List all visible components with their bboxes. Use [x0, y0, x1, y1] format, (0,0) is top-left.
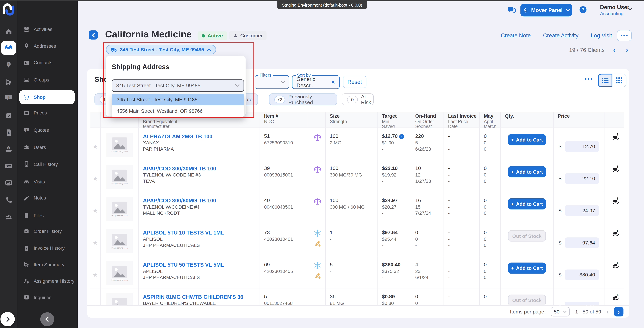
rail-bulb-dollar-button[interactable]: $ — [5, 61, 12, 69]
price-cell: $ 380.40 — [553, 256, 604, 288]
rail-phone-button[interactable] — [5, 197, 12, 204]
next-page-button[interactable]: › — [614, 307, 624, 316]
rail-home-button[interactable] — [5, 28, 12, 35]
price-input[interactable]: 97.64 — [565, 237, 599, 248]
sidebar-item-notes[interactable]: Notes — [19, 191, 75, 205]
price-history-cell: $ — [604, 160, 624, 192]
product-name-link[interactable]: APLISOL 5TU 10 TESTS VL 1ML — [143, 229, 258, 236]
table-more-button[interactable] — [585, 78, 592, 80]
filter-chip-at-risk[interactable]: 0At Risk — [342, 93, 374, 105]
sidebar-item-groups[interactable]: Groups — [19, 73, 75, 87]
price-input[interactable]: 12.70 — [565, 141, 599, 152]
sidebar-collapse-button[interactable] — [40, 312, 54, 326]
sidebar-item-addresses[interactable]: Addresses — [19, 39, 75, 53]
rail-dollar-bubble-button[interactable]: $ — [5, 94, 12, 102]
clear-sort-icon[interactable]: ✕ — [331, 79, 339, 85]
sidebar-item-quotes[interactable]: $Quotes — [19, 123, 75, 137]
on-hand-cell: 220 5 6/26/23 — [411, 128, 444, 159]
filters-select[interactable]: Filters — [255, 75, 289, 89]
add-to-cart-button[interactable]: +Add to Cart — [508, 263, 546, 274]
table-header-cell: SizeStrength — [325, 112, 377, 127]
product-name-link[interactable]: ALPRAZOLAM 2MG TB 100 — [143, 133, 258, 140]
next-client-button[interactable]: › — [626, 46, 628, 54]
sidebar-expand-button[interactable] — [0, 312, 15, 326]
back-button[interactable] — [89, 31, 98, 40]
rail-invoice-dollar-button[interactable]: $ — [5, 129, 12, 136]
create-activity-link[interactable]: Create Activity — [543, 33, 578, 39]
sidebar-item-call-history[interactable]: Call History — [19, 157, 75, 171]
price-input[interactable]: 22.10 — [565, 173, 599, 184]
create-note-link[interactable]: Create Note — [501, 33, 531, 39]
phone-icon — [5, 197, 12, 204]
sidebar-item-prices[interactable]: $Prices — [19, 106, 75, 120]
rail-price-card-button[interactable]: $ — [5, 162, 12, 170]
sidebar-item-files[interactable]: Files — [19, 209, 75, 223]
page-size-select[interactable]: 50 — [551, 307, 570, 316]
rail-active-handshake[interactable] — [1, 41, 16, 55]
sidebar-item-inquiries[interactable]: ?Inquiries — [19, 290, 75, 304]
log-visit-link[interactable]: Log Visit — [591, 33, 612, 39]
sidebar-item-assignment-history[interactable]: Assignment History — [19, 274, 75, 288]
user-name[interactable]: Demo User — [600, 4, 629, 10]
price-cell: $ 24.97 — [553, 192, 604, 224]
last-invoice-cell: - — [444, 288, 479, 305]
prev-client-button[interactable]: ‹ — [613, 46, 616, 54]
add-to-cart-button[interactable]: +Add to Cart — [508, 166, 546, 177]
favorite-star-icon[interactable]: ★ — [90, 192, 100, 224]
sidebar-item-contacts[interactable]: Contacts — [19, 56, 75, 70]
product-name-link[interactable]: APAP/COD 300/60MG TB 100 — [143, 197, 258, 204]
favorite-star-icon[interactable]: ★ — [90, 128, 100, 159]
sort-by-value: Generic Descr... — [292, 76, 331, 88]
sidebar-item-order-history[interactable]: Order History — [19, 224, 75, 238]
grid-view-button[interactable] — [612, 74, 626, 87]
sidebar-item-visits[interactable]: Visits — [19, 175, 75, 189]
rail-presentation-button[interactable] — [5, 179, 12, 187]
user-menu-chevron-icon[interactable] — [628, 8, 633, 11]
shipping-address-option[interactable]: 4556 Main Street, Westland, OR 98766 — [112, 105, 244, 117]
sort-by-select[interactable]: Sort by Generic Descr... ✕ — [292, 75, 340, 89]
product-name-link[interactable]: ASPIRIN 81MG CHWTB CHILDREN'S 36 — [143, 293, 258, 300]
sidebar-item-shop[interactable]: Shop — [19, 90, 75, 104]
rail-handtruck-button[interactable] — [5, 79, 12, 86]
price-input[interactable]: 380.40 — [565, 269, 599, 280]
favorite-star-icon[interactable]: ★ — [90, 160, 100, 192]
prev-page-button[interactable]: ‹ — [606, 308, 609, 315]
rail-people-button[interactable] — [5, 214, 12, 221]
table-header-cell — [90, 112, 100, 127]
min-price: $0.80 — [382, 300, 409, 305]
add-to-cart-button[interactable]: +Add to Cart — [508, 134, 546, 145]
rail-package-check-button[interactable] — [5, 112, 12, 119]
chat-icon[interactable] — [508, 6, 516, 14]
image-caption: Image coming soon — [112, 215, 128, 217]
filter-chip-previously-purchased[interactable]: 72Previously Purchased — [269, 93, 337, 105]
more-actions-button[interactable] — [617, 30, 632, 41]
on-order: 5 — [415, 140, 442, 146]
sidebar-item-users[interactable]: Users — [19, 140, 75, 154]
sidebar-item-item-summary[interactable]: Item Summary — [19, 258, 75, 272]
add-to-cart-button[interactable]: +Add to Cart — [508, 198, 546, 210]
help-icon[interactable]: ? — [580, 6, 586, 13]
price-input[interactable]: 0.89 — [565, 301, 599, 305]
sidebar-item-invoice-history[interactable]: $Invoice History — [19, 241, 75, 255]
reset-button[interactable]: Reset — [343, 76, 366, 88]
shipping-address-pill[interactable]: 345 Test Street , Test City, ME 99485 — [106, 45, 216, 54]
list-view-button[interactable] — [598, 74, 612, 87]
info-icon[interactable]: i — [399, 134, 404, 139]
product-name-link[interactable]: APLISOL 5TU 50 TESTS VL 5ML — [143, 261, 258, 268]
product-name-link[interactable]: APAP/COD 300/30MG TB 100 — [143, 165, 258, 172]
favorite-star-icon[interactable]: ★ — [90, 256, 100, 288]
mover-panel-button[interactable]: Mover Panel — [520, 4, 572, 17]
favorite-star-icon[interactable]: ★ — [90, 288, 100, 305]
price-input[interactable]: 24.97 — [565, 205, 599, 216]
favorite-star-icon[interactable]: ★ — [90, 224, 100, 256]
app-logo[interactable] — [2, 3, 15, 17]
sidebar-item-activities[interactable]: Activities — [19, 22, 75, 36]
shipping-address-select[interactable]: 345 Test Street , Test City, ME 99485 — [112, 79, 244, 92]
shipping-address-option[interactable]: 345 Test Street , Test City, ME 99485 — [112, 94, 244, 105]
shipping-address-title: Shipping Address — [112, 63, 170, 71]
rail-donation-button[interactable]: $ — [5, 146, 12, 153]
payment-icon: $ — [612, 229, 620, 237]
sort-by-label: Sort by — [296, 73, 312, 77]
badge-cell — [307, 192, 326, 224]
soonest-exp: 6/1/24 — [415, 274, 442, 281]
